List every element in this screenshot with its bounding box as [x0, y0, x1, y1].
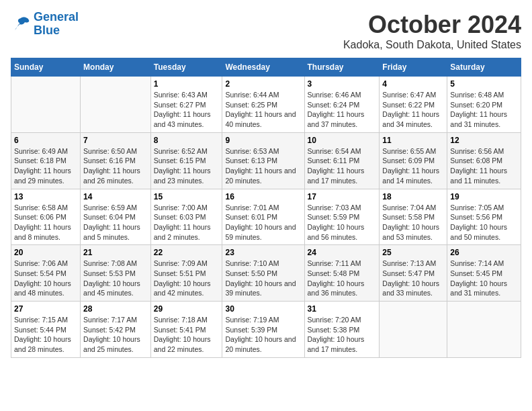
day-number: 31 — [308, 304, 377, 314]
calendar-day-cell: 12Sunrise: 6:56 AM Sunset: 6:08 PM Dayli… — [447, 132, 521, 189]
day-number: 23 — [225, 248, 301, 257]
day-info: Sunrise: 7:17 AM Sunset: 5:42 PM Dayligh… — [83, 315, 148, 355]
day-number: 25 — [382, 248, 444, 257]
day-number: 21 — [83, 248, 148, 257]
title-area: October 2024 Kadoka, South Dakota, Unite… — [343, 11, 521, 51]
calendar-week-row: 6Sunrise: 6:49 AM Sunset: 6:18 PM Daylig… — [11, 132, 521, 189]
calendar-day-cell: 15Sunrise: 7:00 AM Sunset: 6:03 PM Dayli… — [150, 189, 222, 245]
day-number: 18 — [382, 192, 444, 201]
day-info: Sunrise: 6:49 AM Sunset: 6:18 PM Dayligh… — [14, 146, 77, 186]
day-info: Sunrise: 7:13 AM Sunset: 5:47 PM Dayligh… — [382, 259, 444, 298]
day-number: 9 — [225, 136, 301, 145]
calendar-day-cell: 30Sunrise: 7:19 AM Sunset: 5:39 PM Dayli… — [222, 302, 304, 358]
day-number: 20 — [14, 248, 77, 257]
day-number: 11 — [382, 136, 444, 145]
day-info: Sunrise: 7:10 AM Sunset: 5:50 PM Dayligh… — [225, 259, 301, 298]
day-of-week-header: Tuesday — [150, 58, 222, 77]
day-number: 24 — [308, 248, 377, 257]
header: General Blue October 2024 Kadoka, South … — [11, 11, 521, 51]
calendar-day-cell: 23Sunrise: 7:10 AM Sunset: 5:50 PM Dayli… — [222, 245, 304, 302]
day-info: Sunrise: 7:05 AM Sunset: 5:56 PM Dayligh… — [450, 203, 518, 242]
calendar-week-row: 27Sunrise: 7:15 AM Sunset: 5:44 PM Dayli… — [11, 302, 521, 358]
day-number: 14 — [83, 192, 148, 201]
calendar-day-cell: 24Sunrise: 7:11 AM Sunset: 5:48 PM Dayli… — [304, 245, 380, 302]
calendar-week-row: 1Sunrise: 6:43 AM Sunset: 6:27 PM Daylig… — [11, 77, 521, 133]
calendar-day-cell: 1Sunrise: 6:43 AM Sunset: 6:27 PM Daylig… — [150, 77, 222, 133]
calendar-day-cell: 6Sunrise: 6:49 AM Sunset: 6:18 PM Daylig… — [11, 132, 81, 189]
day-info: Sunrise: 7:19 AM Sunset: 5:39 PM Dayligh… — [225, 315, 301, 355]
day-number: 17 — [308, 192, 377, 201]
day-info: Sunrise: 6:48 AM Sunset: 6:20 PM Dayligh… — [450, 90, 518, 130]
calendar-day-cell: 13Sunrise: 6:58 AM Sunset: 6:06 PM Dayli… — [11, 189, 81, 245]
day-number: 7 — [83, 136, 148, 145]
day-number: 27 — [14, 304, 77, 314]
day-number: 28 — [83, 304, 148, 314]
calendar-day-cell: 29Sunrise: 7:18 AM Sunset: 5:41 PM Dayli… — [150, 302, 222, 358]
day-info: Sunrise: 7:03 AM Sunset: 5:59 PM Dayligh… — [308, 203, 377, 242]
calendar-day-cell: 19Sunrise: 7:05 AM Sunset: 5:56 PM Dayli… — [447, 189, 521, 245]
day-info: Sunrise: 7:20 AM Sunset: 5:38 PM Dayligh… — [308, 315, 377, 355]
calendar-day-cell: 9Sunrise: 6:53 AM Sunset: 6:13 PM Daylig… — [222, 132, 304, 189]
day-number: 5 — [450, 79, 518, 89]
day-number: 1 — [154, 79, 220, 89]
calendar-day-cell — [11, 77, 81, 133]
calendar-day-cell: 11Sunrise: 6:55 AM Sunset: 6:09 PM Dayli… — [380, 132, 447, 189]
calendar-day-cell: 4Sunrise: 6:47 AM Sunset: 6:22 PM Daylig… — [380, 77, 447, 133]
calendar-day-cell: 25Sunrise: 7:13 AM Sunset: 5:47 PM Dayli… — [380, 245, 447, 302]
month-title: October 2024 — [343, 11, 521, 39]
day-info: Sunrise: 6:47 AM Sunset: 6:22 PM Dayligh… — [382, 90, 444, 130]
day-info: Sunrise: 6:56 AM Sunset: 6:08 PM Dayligh… — [450, 146, 518, 186]
day-info: Sunrise: 7:08 AM Sunset: 5:53 PM Dayligh… — [83, 259, 148, 298]
calendar-day-cell: 10Sunrise: 6:54 AM Sunset: 6:11 PM Dayli… — [304, 132, 380, 189]
day-number: 22 — [154, 248, 220, 257]
day-number: 26 — [450, 248, 518, 257]
calendar-body: 1Sunrise: 6:43 AM Sunset: 6:27 PM Daylig… — [11, 77, 521, 358]
day-info: Sunrise: 7:01 AM Sunset: 6:01 PM Dayligh… — [225, 203, 301, 242]
calendar-day-cell: 2Sunrise: 6:44 AM Sunset: 6:25 PM Daylig… — [222, 77, 304, 133]
day-of-week-header: Sunday — [11, 58, 81, 77]
logo-icon — [11, 14, 31, 34]
day-number: 30 — [225, 304, 301, 314]
calendar-day-cell: 21Sunrise: 7:08 AM Sunset: 5:53 PM Dayli… — [81, 245, 151, 302]
calendar-day-cell: 27Sunrise: 7:15 AM Sunset: 5:44 PM Dayli… — [11, 302, 81, 358]
day-number: 4 — [382, 79, 444, 89]
calendar-day-cell: 31Sunrise: 7:20 AM Sunset: 5:38 PM Dayli… — [304, 302, 380, 358]
day-info: Sunrise: 6:54 AM Sunset: 6:11 PM Dayligh… — [308, 146, 377, 186]
calendar-table: SundayMondayTuesdayWednesdayThursdayFrid… — [11, 58, 521, 358]
day-info: Sunrise: 6:55 AM Sunset: 6:09 PM Dayligh… — [382, 146, 444, 186]
calendar-day-cell: 20Sunrise: 7:06 AM Sunset: 5:54 PM Dayli… — [11, 245, 81, 302]
day-info: Sunrise: 6:43 AM Sunset: 6:27 PM Dayligh… — [154, 90, 220, 130]
calendar-day-cell — [380, 302, 447, 358]
day-of-week-header: Saturday — [447, 58, 521, 77]
day-number: 6 — [14, 136, 77, 145]
day-info: Sunrise: 6:53 AM Sunset: 6:13 PM Dayligh… — [225, 146, 301, 186]
calendar-week-row: 13Sunrise: 6:58 AM Sunset: 6:06 PM Dayli… — [11, 189, 521, 245]
day-info: Sunrise: 6:52 AM Sunset: 6:15 PM Dayligh… — [154, 146, 220, 186]
day-info: Sunrise: 6:58 AM Sunset: 6:06 PM Dayligh… — [14, 203, 77, 242]
day-info: Sunrise: 7:06 AM Sunset: 5:54 PM Dayligh… — [14, 259, 77, 298]
calendar-day-cell: 7Sunrise: 6:50 AM Sunset: 6:16 PM Daylig… — [81, 132, 151, 189]
calendar-day-cell: 14Sunrise: 6:59 AM Sunset: 6:04 PM Dayli… — [81, 189, 151, 245]
calendar-day-cell: 17Sunrise: 7:03 AM Sunset: 5:59 PM Dayli… — [304, 189, 380, 245]
day-number: 15 — [154, 192, 220, 201]
calendar-day-cell: 28Sunrise: 7:17 AM Sunset: 5:42 PM Dayli… — [81, 302, 151, 358]
day-info: Sunrise: 7:09 AM Sunset: 5:51 PM Dayligh… — [154, 259, 220, 298]
logo-text: General Blue — [34, 11, 79, 38]
calendar-header-row: SundayMondayTuesdayWednesdayThursdayFrid… — [11, 58, 521, 77]
calendar-day-cell: 3Sunrise: 6:46 AM Sunset: 6:24 PM Daylig… — [304, 77, 380, 133]
day-of-week-header: Friday — [380, 58, 447, 77]
day-of-week-header: Monday — [81, 58, 151, 77]
logo: General Blue — [11, 11, 79, 38]
day-of-week-header: Thursday — [304, 58, 380, 77]
day-info: Sunrise: 7:14 AM Sunset: 5:45 PM Dayligh… — [450, 259, 518, 298]
day-number: 10 — [308, 136, 377, 145]
day-info: Sunrise: 6:44 AM Sunset: 6:25 PM Dayligh… — [225, 90, 301, 130]
day-number: 8 — [154, 136, 220, 145]
day-info: Sunrise: 7:18 AM Sunset: 5:41 PM Dayligh… — [154, 315, 220, 355]
calendar-day-cell: 5Sunrise: 6:48 AM Sunset: 6:20 PM Daylig… — [447, 77, 521, 133]
day-info: Sunrise: 6:59 AM Sunset: 6:04 PM Dayligh… — [83, 203, 148, 242]
location-title: Kadoka, South Dakota, United States — [343, 39, 521, 51]
day-number: 16 — [225, 192, 301, 201]
calendar-day-cell: 8Sunrise: 6:52 AM Sunset: 6:15 PM Daylig… — [150, 132, 222, 189]
day-of-week-header: Wednesday — [222, 58, 304, 77]
